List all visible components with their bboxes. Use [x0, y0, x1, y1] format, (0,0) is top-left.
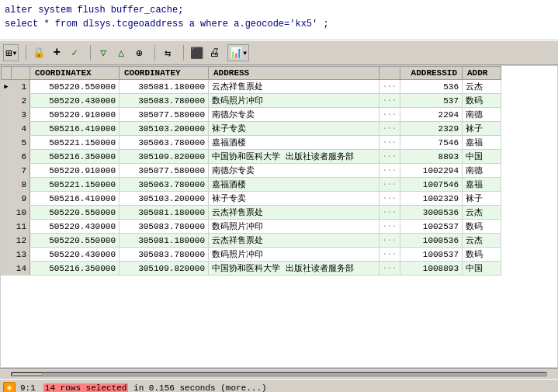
- cell-coordinatey: 305103.200000: [120, 192, 209, 206]
- sql-line-1: alter system flush buffer_cache;: [5, 3, 553, 17]
- table-row[interactable]: 14505216.350000305109.820000中国协和医科大学 出版社…: [2, 262, 501, 276]
- query-btn[interactable]: ⊕: [130, 44, 147, 61]
- row-number: 14: [12, 262, 30, 276]
- table-row[interactable]: 9505216.410000305103.200000袜子专卖···100232…: [2, 192, 501, 206]
- cell-coordinatey: 305083.780000: [120, 220, 209, 234]
- cell-coordinatey: 305081.180000: [120, 80, 209, 94]
- col-coordinatey[interactable]: COORDINATEY: [120, 67, 209, 80]
- cell-addressid: 3000536: [400, 206, 463, 220]
- cell-coordinatey: 305077.580000: [120, 108, 209, 122]
- filter-down-btn[interactable]: ▽: [95, 44, 112, 61]
- cell-addressid: 2329: [400, 122, 463, 136]
- nav-btn[interactable]: ⇆: [159, 44, 176, 61]
- cell-coordinatex: 505220.550000: [30, 234, 120, 248]
- cell-ellipsis: ···: [380, 122, 400, 136]
- row-indicator: [2, 122, 12, 136]
- cell-address: 云杰祥售票处: [209, 80, 380, 94]
- cell-coordinatey: 305103.200000: [120, 122, 209, 136]
- row-number: 7: [12, 164, 30, 178]
- row-number: 8: [12, 178, 30, 192]
- table-row[interactable]: 6505216.350000305109.820000中国协和医科大学 出版社读…: [2, 150, 501, 164]
- row-indicator: [2, 136, 12, 150]
- check-btn[interactable]: ✓: [66, 44, 83, 61]
- cell-ellipsis: ···: [380, 150, 400, 164]
- col-coordinatex[interactable]: COORDINATEX: [30, 67, 120, 80]
- cell-addr-short: 袜子: [463, 192, 501, 206]
- cell-coordinatex: 505220.910000: [30, 108, 120, 122]
- cell-coordinatex: 505220.430000: [30, 220, 120, 234]
- cell-ellipsis: ···: [380, 248, 400, 262]
- cell-coordinatey: 305081.180000: [120, 206, 209, 220]
- chart-dropdown-btn[interactable]: 📊 ▼: [227, 44, 249, 61]
- cell-address: 袜子专卖: [209, 122, 380, 136]
- cell-coordinatey: 305083.780000: [120, 248, 209, 262]
- export-btn[interactable]: ⬛: [188, 44, 205, 61]
- cell-addressid: 1000536: [400, 234, 463, 248]
- cell-coordinatex: 505216.410000: [30, 192, 120, 206]
- cell-addr-short: 南德: [463, 108, 501, 122]
- table-row[interactable]: 13505220.430000305083.780000数码照片冲印···100…: [2, 248, 501, 262]
- cell-address: 数码照片冲印: [209, 248, 380, 262]
- cell-addr-short: 嘉福: [463, 136, 501, 150]
- cell-coordinatex: 505216.350000: [30, 262, 120, 276]
- cell-addr-short: 数码: [463, 248, 501, 262]
- cell-addr-short: 南德: [463, 164, 501, 178]
- grid-dropdown-btn[interactable]: ⊞ ▼: [3, 44, 19, 61]
- cell-addressid: 1008893: [400, 262, 463, 276]
- sql-editor[interactable]: alter system flush buffer_cache; select …: [0, 0, 558, 40]
- cell-addr-short: 数码: [463, 220, 501, 234]
- cell-ellipsis: ···: [380, 94, 400, 108]
- table-row[interactable]: 10505220.550000305081.180000云杰祥售票处···300…: [2, 206, 501, 220]
- cell-ellipsis: ···: [380, 164, 400, 178]
- col-address[interactable]: ADDRESS: [209, 67, 380, 80]
- table-row[interactable]: 11505220.430000305083.780000数码照片冲印···100…: [2, 220, 501, 234]
- cell-coordinatey: 305109.820000: [120, 262, 209, 276]
- cell-ellipsis: ···: [380, 178, 400, 192]
- sql-line-2: select * from dlsys.tcgeoaddress a where…: [5, 17, 553, 31]
- cell-address: 云杰祥售票处: [209, 234, 380, 248]
- cell-addressid: 8893: [400, 150, 463, 164]
- row-count-highlight: 14 rows selected: [43, 383, 129, 393]
- print-btn[interactable]: 🖨: [206, 44, 223, 61]
- cell-address: 中国协和医科大学 出版社读者服务部: [209, 150, 380, 164]
- lock-btn[interactable]: 🔒: [30, 44, 47, 61]
- filter-up-btn[interactable]: △: [113, 44, 130, 61]
- cell-coordinatey: 305109.820000: [120, 150, 209, 164]
- table-row[interactable]: 5505221.150000305063.780000嘉福酒楼···7546嘉福: [2, 136, 501, 150]
- cell-coordinatex: 505216.410000: [30, 122, 120, 136]
- cell-addr-short: 嘉福: [463, 178, 501, 192]
- table-row[interactable]: 7505220.910000305077.580000南德尔专卖···10022…: [2, 164, 501, 178]
- table-row[interactable]: 2505220.430000305083.780000数码照片冲印···537数…: [2, 94, 501, 108]
- row-number: 3: [12, 108, 30, 122]
- table-row[interactable]: 4505216.410000305103.200000袜子专卖···2329袜子: [2, 122, 501, 136]
- cell-ellipsis: ···: [380, 262, 400, 276]
- row-number: 1: [12, 80, 30, 94]
- col-addressid[interactable]: ADDRESSID: [400, 67, 463, 80]
- table-row[interactable]: 12505220.550000305081.180000云杰祥售票处···100…: [2, 234, 501, 248]
- row-number: 5: [12, 136, 30, 150]
- row-number: 11: [12, 220, 30, 234]
- table-row[interactable]: 8505221.150000305063.780000嘉福酒楼···100754…: [2, 178, 501, 192]
- cell-ellipsis: ···: [380, 192, 400, 206]
- row-indicator: [2, 94, 12, 108]
- cell-coordinatey: 305081.180000: [120, 234, 209, 248]
- table-row[interactable]: 3505220.910000305077.580000南德尔专卖···2294南…: [2, 108, 501, 122]
- cell-address: 数码照片冲印: [209, 94, 380, 108]
- col-addr-short[interactable]: ADDR: [463, 67, 501, 80]
- row-indicator: [2, 234, 12, 248]
- cell-ellipsis: ···: [380, 80, 400, 94]
- table-row[interactable]: ▶1505220.550000305081.180000云杰祥售票处···536…: [2, 80, 501, 94]
- cell-address: 嘉福酒楼: [209, 136, 380, 150]
- cell-coordinatey: 305077.580000: [120, 164, 209, 178]
- cell-addressid: 537: [400, 94, 463, 108]
- scrollbar-horizontal[interactable]: [0, 368, 558, 379]
- cell-addr-short: 袜子: [463, 122, 501, 136]
- cell-addressid: 1000537: [400, 248, 463, 262]
- cell-addressid: 7546: [400, 136, 463, 150]
- cell-addressid: 536: [400, 80, 463, 94]
- cell-addr-short: 中国: [463, 262, 501, 276]
- cell-coordinatex: 505220.910000: [30, 164, 120, 178]
- plus-btn[interactable]: +: [48, 44, 65, 61]
- col-ellipsis: [380, 67, 400, 80]
- row-indicator: [2, 192, 12, 206]
